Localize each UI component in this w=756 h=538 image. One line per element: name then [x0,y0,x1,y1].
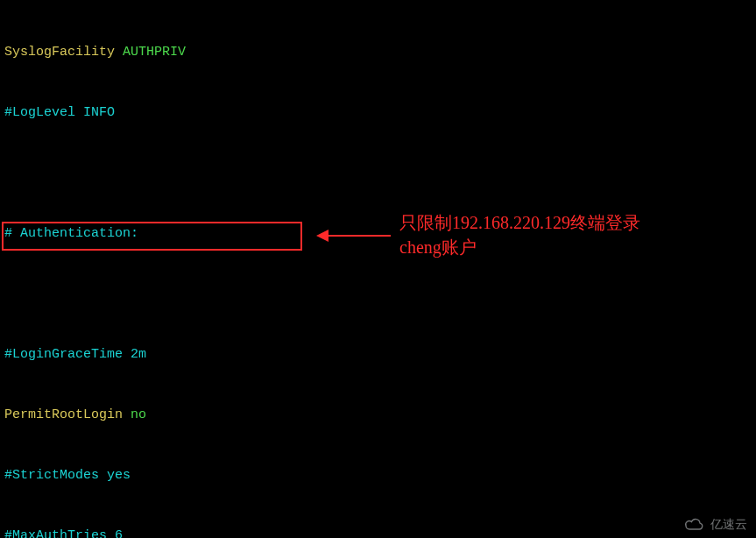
directive-value: no [123,407,146,422]
config-file-editor[interactable]: SyslogFacility AUTHPRIV #LogLevel INFO #… [0,0,756,538]
blank-line [4,163,752,183]
comment-line: #LogLevel INFO [4,103,752,123]
comment-line: #StrictModes yes [4,465,752,485]
comment-line: # Authentication: [4,223,752,244]
config-line: SyslogFacility AUTHPRIV [4,42,752,62]
directive-keyword: PermitRootLogin [4,407,123,422]
directive-value: AUTHPRIV [115,45,186,60]
directive-keyword: SyslogFacility [4,45,115,60]
blank-line [4,284,752,304]
comment-line: #LoginGraceTime 2m [4,344,752,365]
config-line: PermitRootLogin no [4,405,752,425]
comment-line: #MaxAuthTries 6 [4,526,752,538]
